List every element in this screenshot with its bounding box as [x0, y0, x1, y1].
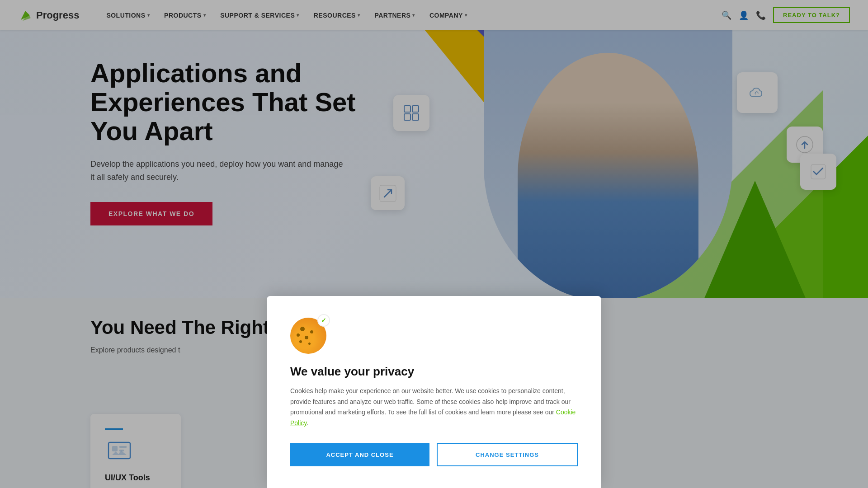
- change-settings-button[interactable]: CHANGE SETTINGS: [437, 443, 578, 466]
- cookie-dot: [297, 333, 300, 337]
- cookie-buttons: ACCEPT AND CLOSE CHANGE SETTINGS: [290, 443, 578, 466]
- cookie-icon-wrap: ✓: [290, 318, 326, 354]
- cookie-check-icon: ✓: [317, 314, 330, 327]
- cookie-dot: [300, 327, 305, 331]
- cookie-title: We value your privacy: [290, 365, 578, 379]
- cookie-dot: [299, 340, 302, 343]
- accept-cookies-button[interactable]: ACCEPT AND CLOSE: [290, 443, 429, 466]
- cookie-body: Cookies help make your experience on our…: [290, 386, 578, 429]
- cookie-dot: [308, 343, 311, 345]
- cookie-dot: [310, 330, 313, 333]
- cookie-dot: [305, 336, 308, 339]
- cookie-banner: ✓ We value your privacy Cookies help mak…: [267, 296, 601, 488]
